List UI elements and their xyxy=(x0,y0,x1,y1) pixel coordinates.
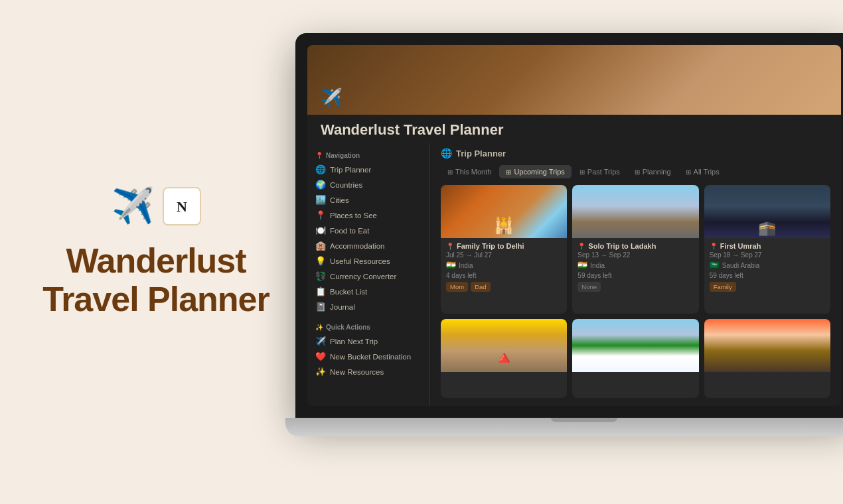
food-icon: 🍽️ xyxy=(315,225,326,235)
ladakh-date: Sep 13 → Sep 22 xyxy=(577,251,693,259)
card-pyramids[interactable] xyxy=(441,319,567,398)
sidebar-item-new-resources[interactable]: ✨ New Resources xyxy=(307,364,429,379)
currency-icon: 💱 xyxy=(315,271,326,281)
umrah-flag: 🇸🇦 xyxy=(710,261,720,270)
delhi-flag-row: 🇮🇳 India xyxy=(446,261,562,270)
card-snow-forest-info xyxy=(572,372,698,381)
delhi-tags: Mom Dad xyxy=(446,282,562,292)
ladakh-pin: 📍 xyxy=(577,243,585,250)
this-month-icon: ⊞ xyxy=(447,168,453,176)
delhi-flag: 🇮🇳 xyxy=(446,261,456,270)
section-header-icon: 🌐 xyxy=(441,148,452,158)
all-trips-icon: ⊞ xyxy=(686,168,691,176)
sidebar-item-new-bucket[interactable]: ❤️ New Bucket Destination xyxy=(307,349,429,364)
umrah-date: Sep 18 → Sep 27 xyxy=(710,251,825,259)
quick-actions-label: ✨ Quick Actions xyxy=(307,321,429,334)
planning-icon: ⊞ xyxy=(635,168,640,176)
new-resources-icon: ✨ xyxy=(315,367,326,377)
ladakh-days: 59 days left xyxy=(577,272,693,279)
delhi-days: 4 days left xyxy=(446,272,562,279)
card-ladakh-info: 📍 Solo Trip to Ladakh Sep 13 → Sep 22 🇮🇳… xyxy=(572,238,698,297)
main-panel: 🌐 Trip Planner ⊞ This Month ⊞ Upcomi xyxy=(430,143,841,406)
cities-icon: 🏙️ xyxy=(315,195,326,205)
ladakh-tags: None xyxy=(577,282,693,292)
svg-text:N: N xyxy=(177,198,187,215)
card-delhi-info: 📍 Family Trip to Delhi Jul 25 → Jul 27 🇮… xyxy=(441,238,567,297)
card-delhi-image xyxy=(441,185,567,238)
tab-planning[interactable]: ⊞ Planning xyxy=(628,165,678,178)
delhi-pin: 📍 xyxy=(446,243,454,250)
countries-icon: 🌍 xyxy=(315,180,326,190)
ladakh-country: India xyxy=(590,262,605,269)
card-snow-forest[interactable] xyxy=(572,319,698,398)
sidebar-item-cities[interactable]: 🏙️ Cities xyxy=(307,192,429,208)
delhi-tag-dad: Dad xyxy=(471,282,490,292)
bucket-icon: 📋 xyxy=(315,286,326,296)
plan-next-icon: ✈️ xyxy=(315,336,326,346)
nav-section-icon: 📍 xyxy=(315,152,323,159)
quick-actions-icon: ✨ xyxy=(315,324,323,331)
umrah-flag-row: 🇸🇦 Saudi Arabia xyxy=(710,261,825,270)
card-mosque[interactable] xyxy=(704,319,830,398)
journal-icon: 📓 xyxy=(315,302,326,312)
sidebar-item-plan-next[interactable]: ✈️ Plan Next Trip xyxy=(307,334,429,349)
past-trips-icon: ⊞ xyxy=(579,168,585,176)
left-panel: ✈️ N Wanderlust Travel Planner xyxy=(0,0,312,504)
umrah-days: 59 days left xyxy=(710,272,825,279)
umrah-title: First Umrah xyxy=(720,242,761,250)
tabs-bar: ⊞ This Month ⊞ Upcoming Trips ⊞ Past Tri… xyxy=(430,162,841,182)
sidebar-item-journal[interactable]: 📓 Journal xyxy=(307,299,429,314)
card-delhi[interactable]: 📍 Family Trip to Delhi Jul 25 → Jul 27 🇮… xyxy=(441,185,567,314)
sidebar-item-resources[interactable]: 💡 Useful Resources xyxy=(307,253,429,269)
laptop-base xyxy=(285,418,843,436)
places-icon: 📍 xyxy=(315,210,326,220)
tab-this-month[interactable]: ⊞ This Month xyxy=(441,165,498,178)
delhi-date: Jul 25 → Jul 27 xyxy=(446,251,562,259)
page-title-bar: Wanderlust Travel Planner xyxy=(307,115,841,143)
card-umrah-info: 📍 First Umrah Sep 18 → Sep 27 🇸🇦 Saudi A… xyxy=(704,238,830,297)
brand-icons: ✈️ N xyxy=(112,186,201,226)
umrah-tag-family: Family xyxy=(710,282,736,292)
laptop-container: ✈️ Wanderlust Travel Planner 📍 Navigatio… xyxy=(285,33,843,484)
sidebar: 📍 Navigation 🌐 Trip Planner 🌍 Countries … xyxy=(307,143,430,406)
umrah-tags: Family xyxy=(710,282,825,292)
laptop-screen: ✈️ Wanderlust Travel Planner 📍 Navigatio… xyxy=(307,45,841,406)
card-mosque-image xyxy=(704,319,830,372)
delhi-title: Family Trip to Delhi xyxy=(457,242,524,250)
delhi-country: India xyxy=(459,262,473,269)
page-title: Wanderlust Travel Planner xyxy=(321,121,828,139)
upcoming-icon: ⊞ xyxy=(506,168,511,176)
sidebar-item-accommodation[interactable]: 🏨 Accommodation xyxy=(307,238,429,253)
sidebar-item-places[interactable]: 📍 Places to See xyxy=(307,208,429,223)
card-mosque-info xyxy=(704,372,830,381)
card-snow-forest-image xyxy=(572,319,698,372)
section-header-title: Trip Planner xyxy=(456,149,506,158)
tab-all-trips[interactable]: ⊞ All Trips xyxy=(679,165,726,178)
page-icon: ✈️ xyxy=(321,88,828,108)
ladakh-flag: 🇮🇳 xyxy=(577,261,587,270)
nav-section-label: 📍 Navigation xyxy=(307,149,429,162)
ladakh-title: Solo Trip to Ladakh xyxy=(588,242,656,250)
new-bucket-icon: ❤️ xyxy=(315,351,326,361)
ladakh-flag-row: 🇮🇳 India xyxy=(577,261,693,270)
sidebar-item-trip-planner[interactable]: 🌐 Trip Planner xyxy=(307,162,429,177)
sidebar-item-bucket[interactable]: 📋 Bucket List xyxy=(307,284,429,299)
section-header: 🌐 Trip Planner xyxy=(430,143,841,162)
brand-title-wrapper: Wanderlust Travel Planner xyxy=(42,242,269,318)
umrah-pin: 📍 xyxy=(710,243,718,250)
tab-past-trips[interactable]: ⊞ Past Trips xyxy=(573,165,627,178)
card-umrah[interactable]: 📍 First Umrah Sep 18 → Sep 27 🇸🇦 Saudi A… xyxy=(704,185,830,314)
brand-title: Wanderlust Travel Planner xyxy=(42,242,269,318)
card-pyramids-image xyxy=(441,319,567,372)
notion-icon: N xyxy=(163,187,201,225)
card-pyramids-info xyxy=(441,372,567,381)
sidebar-item-food[interactable]: 🍽️ Food to Eat xyxy=(307,223,429,238)
tab-upcoming-trips[interactable]: ⊞ Upcoming Trips xyxy=(499,165,571,178)
sidebar-item-countries[interactable]: 🌍 Countries xyxy=(307,177,429,192)
card-umrah-image xyxy=(704,185,830,238)
card-ladakh[interactable]: 📍 Solo Trip to Ladakh Sep 13 → Sep 22 🇮🇳… xyxy=(572,185,698,314)
ladakh-tag-none: None xyxy=(577,282,601,292)
sidebar-item-currency[interactable]: 💱 Currency Converter xyxy=(307,269,429,284)
accommodation-icon: 🏨 xyxy=(315,241,326,251)
umrah-country: Saudi Arabia xyxy=(722,262,760,269)
